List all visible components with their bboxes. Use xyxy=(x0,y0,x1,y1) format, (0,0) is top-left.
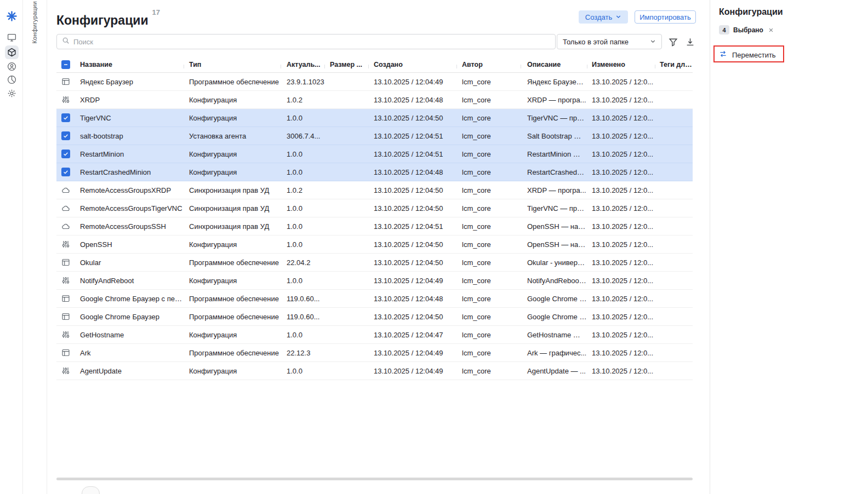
header-checkbox-cell[interactable] xyxy=(56,60,75,69)
column-header-author[interactable]: Автор xyxy=(456,61,521,68)
search-box[interactable] xyxy=(56,34,556,49)
row-author: lcm_core xyxy=(456,349,521,357)
clear-selection-button[interactable] xyxy=(767,26,775,34)
table-row[interactable]: Яндекс Браузер Программное обеспечение 2… xyxy=(56,73,693,91)
column-header-description[interactable]: Описание xyxy=(521,61,587,68)
row-description: Google Chrome –... xyxy=(521,313,587,321)
sidebar-item-desktops[interactable] xyxy=(5,31,19,44)
row-leading[interactable] xyxy=(56,95,75,104)
row-version: 1.0.0 xyxy=(281,331,324,339)
table-row[interactable]: Google Chrome Браузер Программное обеспе… xyxy=(56,308,693,326)
row-leading[interactable] xyxy=(56,77,75,86)
import-button[interactable]: Импортировать xyxy=(635,10,696,24)
pagination-button-partial[interactable] xyxy=(82,486,100,494)
row-author: lcm_core xyxy=(456,277,521,285)
table-row[interactable]: AgentUpdate Конфигурация 1.0.0 13.10.202… xyxy=(56,362,693,380)
row-leading[interactable] xyxy=(56,294,75,303)
table-row[interactable]: OpenSSH Конфигурация 1.0.0 13.10.2025 / … xyxy=(56,235,693,254)
table-row[interactable]: GetHostname Конфигурация 1.0.0 13.10.202… xyxy=(56,326,693,344)
table-row[interactable]: Google Chrome Браузер с перез... Програм… xyxy=(56,290,693,308)
row-leading[interactable] xyxy=(56,168,75,176)
row-leading[interactable] xyxy=(56,204,75,212)
package-icon xyxy=(7,48,16,57)
column-header-name[interactable]: Название xyxy=(75,61,184,68)
row-type: Конфигурация xyxy=(184,168,281,176)
row-created: 13.10.2025 / 12:04:50 xyxy=(368,313,456,321)
table-row[interactable]: salt-bootstrap Установка агента 3006.7.4… xyxy=(56,127,693,145)
row-modified: 13.10.2025 / 12:0... xyxy=(587,313,655,321)
sidebar-item-settings[interactable] xyxy=(5,87,19,100)
checkbox-checked-icon[interactable] xyxy=(61,168,70,176)
row-description: GetHostname — ... xyxy=(521,331,587,339)
row-leading[interactable] xyxy=(56,258,75,267)
export-button[interactable] xyxy=(683,35,697,49)
sidebar-item-reports[interactable] xyxy=(5,73,19,87)
sliders-icon xyxy=(61,366,70,375)
row-description: XRDP — програ... xyxy=(521,186,587,194)
table-row[interactable]: RestartMinion Конфигурация 1.0.0 13.10.2… xyxy=(56,145,693,163)
column-header-created[interactable]: Создано xyxy=(368,61,456,68)
sidebar-item-configurations[interactable] xyxy=(5,45,19,59)
row-leading[interactable] xyxy=(56,222,75,231)
row-created: 13.10.2025 / 12:04:48 xyxy=(368,168,456,176)
panel-title: Конфигурации xyxy=(719,7,783,17)
search-input[interactable] xyxy=(73,38,550,46)
row-leading[interactable] xyxy=(56,240,75,249)
row-name: salt-bootstrap xyxy=(75,132,184,140)
row-leading[interactable] xyxy=(56,186,75,194)
column-header-modified[interactable]: Изменено xyxy=(587,61,655,68)
column-header-tags[interactable]: Теги для... xyxy=(655,61,693,68)
row-type: Конфигурация xyxy=(184,96,281,104)
table-body: Яндекс Браузер Программное обеспечение 2… xyxy=(56,73,693,380)
row-leading[interactable] xyxy=(56,312,75,321)
checkbox-checked-icon[interactable] xyxy=(61,131,70,140)
row-leading[interactable] xyxy=(56,113,75,122)
row-version: 1.0.0 xyxy=(281,114,324,122)
filter-button[interactable] xyxy=(666,35,680,49)
column-header-type[interactable]: Тип xyxy=(184,61,281,68)
horizontal-scrollbar[interactable] xyxy=(56,478,693,480)
table-row[interactable]: NotifyAndReboot Конфигурация 1.0.0 13.10… xyxy=(56,272,693,290)
row-type: Конфигурация xyxy=(184,331,281,339)
selection-panel: Конфигурации 4 Выбрано Переместить xyxy=(710,0,868,494)
table-row[interactable]: RemoteAccessGroupsXRDP Синхронизация пра… xyxy=(56,181,693,199)
row-leading[interactable] xyxy=(56,150,75,158)
row-leading[interactable] xyxy=(56,366,75,375)
column-header-version[interactable]: Актуаль... xyxy=(281,61,324,68)
row-created: 13.10.2025 / 12:04:49 xyxy=(368,78,456,86)
selected-label: Выбрано xyxy=(733,26,763,34)
row-modified: 13.10.2025 / 12:0... xyxy=(587,204,655,212)
row-author: lcm_core xyxy=(456,313,521,321)
row-type: Конфигурация xyxy=(184,367,281,375)
sidebar-item-users[interactable] xyxy=(5,60,19,73)
table-row[interactable]: RemoteAccessGroupsSSH Синхронизация прав… xyxy=(56,217,693,235)
checkbox-checked-icon[interactable] xyxy=(61,113,70,122)
create-button-label: Создать xyxy=(585,13,612,21)
table-row[interactable]: RemoteAccessGroupsTigerVNC Синхронизация… xyxy=(56,199,693,217)
row-name: XRDP xyxy=(75,96,184,104)
pie-icon xyxy=(7,75,16,84)
row-leading[interactable] xyxy=(56,276,75,285)
table-row[interactable]: Okular Программное обеспечение 22.04.2 1… xyxy=(56,254,693,272)
table-row[interactable]: Ark Программное обеспечение 22.12.3 13.1… xyxy=(56,344,693,362)
row-leading[interactable] xyxy=(56,131,75,140)
row-leading[interactable] xyxy=(56,348,75,357)
table-row[interactable]: TigerVNC Конфигурация 1.0.0 13.10.2025 /… xyxy=(56,109,693,127)
row-leading[interactable] xyxy=(56,330,75,339)
create-button[interactable]: Создать xyxy=(579,10,628,24)
checkbox-indeterminate-icon[interactable] xyxy=(61,60,70,69)
row-created: 13.10.2025 / 12:04:51 xyxy=(368,222,456,231)
column-header-size[interactable]: Размер ... xyxy=(324,61,368,68)
move-button-label: Переместить xyxy=(732,51,776,59)
folder-scope-value: Только в этой папке xyxy=(563,38,629,46)
checkbox-checked-icon[interactable] xyxy=(61,150,70,158)
folder-scope-select[interactable]: Только в этой папке xyxy=(557,34,662,49)
row-created: 13.10.2025 / 12:04:49 xyxy=(368,367,456,375)
move-button[interactable]: Переместить xyxy=(719,50,776,60)
row-version: 23.9.1.1023 xyxy=(281,78,324,86)
row-type: Установка агента xyxy=(184,132,281,140)
table-row[interactable]: RestartCrashedMinion Конфигурация 1.0.0 … xyxy=(56,163,693,181)
row-created: 13.10.2025 / 12:04:50 xyxy=(368,259,456,267)
app-window-icon xyxy=(61,294,70,303)
table-row[interactable]: XRDP Конфигурация 1.0.2 13.10.2025 / 12:… xyxy=(56,91,693,109)
